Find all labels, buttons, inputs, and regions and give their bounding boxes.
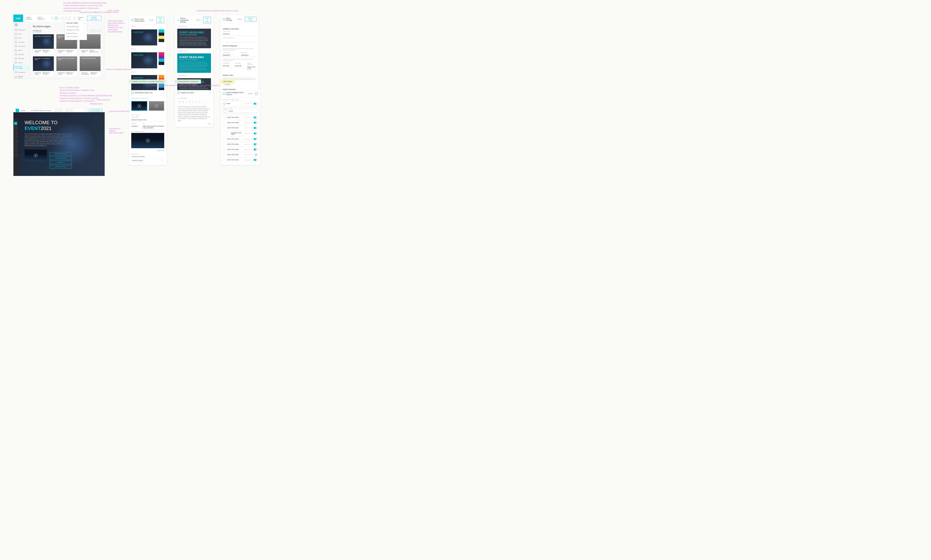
cancel-button[interactable]: Cancel (246, 92, 254, 95)
theme-card[interactable]: WELCOME TO THE SESSION LOBBYSESSIONS LOB… (33, 56, 54, 76)
help-icon[interactable] (74, 17, 76, 20)
tool-icon[interactable] (14, 131, 17, 134)
toggle[interactable] (254, 159, 257, 161)
drag-handle-icon[interactable]: ⋮⋮ (223, 122, 226, 123)
home-tool-icon[interactable] (14, 122, 17, 125)
toggle[interactable] (254, 127, 257, 129)
help-item[interactable]: Tutorial Walkthrough› (66, 25, 85, 28)
grid-view-icon[interactable] (90, 29, 93, 32)
sidebar-item[interactable]: Sessions (14, 52, 29, 56)
theme-dropdown[interactable]: Theme Selection ▾ (37, 16, 48, 21)
typo-option[interactable]: EVENT HEADLINESEVENT SUBHEADERSThis is a… (177, 54, 211, 73)
sidebar-item[interactable]: Tracks (14, 48, 29, 52)
drag-handle-icon[interactable]: ⋮⋮ (223, 138, 226, 140)
close-icon[interactable]: × (163, 92, 164, 94)
nav-order-icon[interactable] (59, 109, 62, 112)
palette-icon[interactable] (61, 17, 63, 20)
help-item[interactable]: Terms of the Pieces› (66, 35, 85, 38)
format-button[interactable]: ≡ (195, 100, 198, 103)
toggle[interactable] (254, 117, 257, 118)
drag-handle-icon[interactable]: ⋮⋮ (227, 133, 230, 134)
url-input[interactable]: https://www.youtube.com/watch?v=QnJZnNjn… (143, 125, 165, 129)
tool-icon[interactable] (14, 136, 17, 138)
drag-handle-icon[interactable]: ⋮⋮ (223, 117, 226, 118)
event-name-input[interactable]: Hubb2021 (223, 32, 256, 36)
save-close-button[interactable]: Save & Close (203, 17, 211, 23)
icon-picker[interactable] (224, 109, 227, 113)
button-list-item[interactable]: BROWSE SESSIONS▾ × (131, 155, 164, 159)
back-button[interactable]: ◂ Back (20, 109, 26, 112)
button-list-item[interactable]: BRAINSTORMING▾ × (131, 159, 164, 163)
advanced-icon[interactable] (68, 17, 71, 20)
close-icon[interactable]: × (210, 92, 211, 94)
tool-icon[interactable] (14, 149, 17, 152)
theme-card[interactable]: KEYNOTE SPEAKER NAMEKEYNOTE STREAMINGRea… (80, 56, 101, 76)
sidebar-item[interactable]: Intents (14, 60, 29, 65)
date-start-input[interactable]: 00/00/0021 (223, 54, 238, 57)
format-button[interactable]: • (205, 100, 208, 103)
tool-icon[interactable] (14, 140, 17, 143)
toggle[interactable] (254, 122, 257, 124)
cancel-button[interactable]: Cancel (148, 17, 155, 23)
toggle[interactable] (254, 132, 257, 134)
chevron-down-icon[interactable]: ▾ (251, 103, 252, 104)
typo-option[interactable]: EVENT HEADLINESEVENT SUBHEADERSThis is a… (177, 29, 211, 48)
drag-handle-icon[interactable]: ⋮⋮ (223, 159, 226, 161)
sidebar-item[interactable]: Manage Emails (14, 74, 29, 78)
toggle[interactable] (254, 143, 257, 145)
tool-icon[interactable] (14, 145, 17, 147)
sidebar-item[interactable]: Dashboard (14, 28, 29, 32)
source-select[interactable]: Youtube ▾ (131, 125, 140, 128)
cancel-button[interactable]: Cancel (236, 17, 244, 22)
hero-button[interactable]: COMMUNITY (49, 161, 72, 164)
media-preview[interactable] (25, 149, 47, 162)
sidebar-item[interactable]: Locations (14, 40, 29, 44)
help-item[interactable]: Advanced Options› (66, 32, 85, 35)
hero-button[interactable]: MEETING ROOMS (49, 165, 72, 168)
chevron-down-icon[interactable]: ▾ (251, 127, 252, 128)
chevron-down-icon[interactable]: ▾ (251, 117, 252, 118)
chevron-down-icon[interactable]: ▾ (251, 149, 252, 150)
chevron-down-icon[interactable]: ▾ (251, 154, 252, 155)
paragraph-textarea[interactable]: Nunc nisl lorem ipsum convubilia sed nis… (177, 105, 211, 122)
save-close-button[interactable]: Save & Close (156, 17, 164, 23)
sidebar-item[interactable]: Meetings (14, 56, 29, 60)
media-type-image[interactable] (149, 101, 165, 111)
typography-icon[interactable] (65, 17, 67, 20)
sidebar-item[interactable]: Evaluations (14, 70, 29, 74)
change-image-link[interactable]: Change Image (157, 150, 164, 151)
format-button[interactable]: ≡ (192, 100, 195, 103)
end-time-input[interactable]: 00:00 PM (235, 64, 244, 68)
format-button[interactable]: ⋮ (202, 100, 205, 103)
chevron-down-icon[interactable]: ▾ (251, 138, 252, 140)
drag-handle-icon[interactable]: ⋮⋮ (223, 154, 226, 155)
color-option[interactable]: EVENT2021 (129, 27, 166, 48)
help-item[interactable]: Modifying Your Theme› (66, 28, 85, 32)
save-updates-button[interactable]: Save Updates (89, 109, 102, 112)
preview-site-btn[interactable]: Preview Site (77, 16, 85, 21)
sidebar-item[interactable]: Users (14, 36, 29, 40)
preview-icon[interactable] (85, 109, 88, 112)
timezone-input[interactable]: Pacific Time (PST) (247, 65, 256, 70)
settings-icon[interactable] (52, 17, 54, 20)
tool-icon[interactable] (14, 127, 17, 129)
theme-card[interactable]: WELCOME TO THE SPONSORS LOBBYSPONSORS LO… (56, 56, 77, 76)
format-button[interactable]: ≡ (198, 100, 201, 103)
format-button[interactable]: H (178, 100, 181, 103)
drag-handle-icon[interactable]: ⋮⋮ (223, 127, 226, 129)
toggle[interactable] (254, 154, 257, 155)
list-view-icon[interactable] (94, 29, 96, 32)
chevron-down-icon[interactable]: ▾ (251, 133, 252, 134)
sidebar-item[interactable]: Event (14, 32, 29, 36)
date-end-input[interactable]: 00/00/0021 (241, 54, 256, 57)
save-close-button[interactable]: Save & Close (245, 17, 256, 22)
toggle[interactable] (254, 103, 257, 105)
format-button[interactable]: U (188, 100, 191, 103)
close-icon[interactable]: × (84, 23, 85, 25)
nav-order-icon[interactable] (55, 17, 57, 20)
hero-button[interactable]: BROWSE SESSIONS (49, 152, 72, 155)
palette-icon[interactable] (66, 109, 68, 112)
sidebar-item[interactable]: Hubb Design▸ (14, 65, 29, 70)
filter-tab[interactable]: All Pages (8) (33, 30, 42, 32)
toggle[interactable] (254, 138, 257, 140)
